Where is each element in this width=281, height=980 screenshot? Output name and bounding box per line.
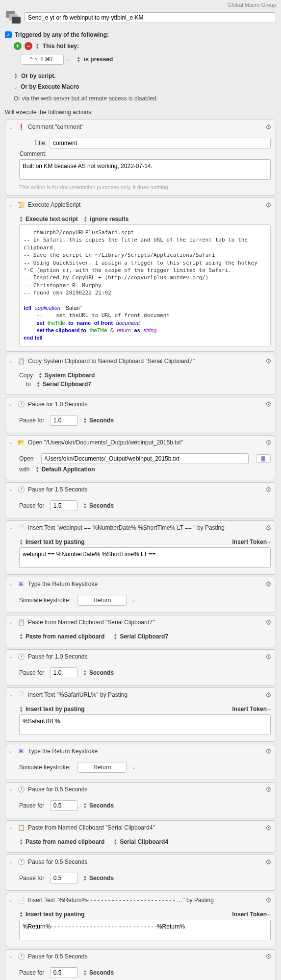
action-open[interactable]: ⌵ 📂 Open "/Users/okn/Documents/_Output/w…: [5, 435, 276, 480]
action-pause[interactable]: ⌵ 🕐 Pause for 1.0 Seconds ⚙ Pause for ▴▾…: [5, 649, 276, 686]
insert-method-stepper[interactable]: ▴▾: [20, 539, 23, 545]
insert-token-button[interactable]: Insert Token ⌵: [232, 911, 271, 918]
unit-stepper[interactable]: ▴▾: [84, 669, 86, 676]
pause-duration-input[interactable]: [50, 967, 77, 978]
action-applescript[interactable]: ⌵ 📜 Execute AppleScript ⚙ ▴▾ Execute tex…: [5, 197, 276, 352]
disclosure-icon[interactable]: ⌵: [9, 859, 14, 864]
open-path-input[interactable]: [41, 453, 249, 464]
disclosure-icon[interactable]: ⌵: [9, 954, 14, 959]
disclosure-icon[interactable]: ⌵: [9, 581, 14, 587]
insert-method-popup[interactable]: Insert text by pasting: [26, 539, 85, 545]
script-type-stepper[interactable]: ▴▾: [20, 216, 23, 222]
keystroke-input[interactable]: Return: [77, 595, 127, 606]
keystroke-dropdown[interactable]: ⌵: [132, 598, 135, 603]
disclosure-icon[interactable]: ⌵: [9, 786, 14, 792]
pause-duration-input[interactable]: [50, 873, 77, 883]
pause-duration-input[interactable]: [50, 667, 77, 678]
disclosure-icon[interactable]: ⌵: [9, 897, 14, 903]
unit-stepper[interactable]: ▴▾: [84, 417, 86, 424]
action-comment[interactable]: ⌵ ❗ Comment "comment" ⚙ Title: Comment: …: [5, 120, 276, 196]
insert-text-textarea[interactable]: %Return%- - - - - - - - - - - - - - - - …: [19, 920, 271, 940]
pause-duration-input[interactable]: [50, 415, 77, 426]
results-stepper[interactable]: ▴▾: [84, 216, 87, 222]
action-insert-text[interactable]: ⌵ 📄 Insert Text "webinput == %NumberDate…: [5, 520, 276, 575]
pause-duration-input[interactable]: [50, 800, 77, 811]
gear-icon[interactable]: ⚙: [265, 357, 272, 365]
unit-popup[interactable]: Seconds: [89, 802, 114, 809]
paste-clip-popup[interactable]: Serial Clipboard4: [120, 838, 168, 845]
unit-stepper[interactable]: ▴▾: [84, 802, 86, 809]
gear-icon[interactable]: ⚙: [265, 747, 272, 755]
action-pause[interactable]: ⌵ 🕐 Pause for 0.5 Seconds ⚙ Pause for ▴▾…: [5, 782, 276, 818]
insert-text-textarea[interactable]: %SafariURL%: [19, 714, 271, 735]
gear-icon[interactable]: ⚙: [265, 653, 272, 661]
disclosure-icon[interactable]: ⌵: [9, 487, 14, 492]
unit-popup[interactable]: Seconds: [89, 417, 114, 424]
action-insert-text[interactable]: ⌵ 📄 Insert Text "%SafariURL%" by Pasting…: [5, 687, 276, 742]
execute-text-script-popup[interactable]: Execute text script: [26, 216, 78, 222]
paste-clip-stepper[interactable]: ▴▾: [114, 838, 117, 845]
gear-icon[interactable]: ⚙: [265, 896, 272, 904]
insert-text-textarea[interactable]: webinput == %NumberDate% %ShortTime% LT …: [19, 547, 271, 568]
add-trigger-button[interactable]: +: [14, 42, 22, 50]
insert-token-button[interactable]: Insert Token ⌵: [232, 539, 271, 545]
disclosure-icon[interactable]: ⌵: [9, 440, 14, 445]
hotkey-input[interactable]: ^⌥⇧⌘E: [21, 54, 64, 65]
ignore-results-popup[interactable]: ignore results: [90, 216, 128, 222]
gear-icon[interactable]: ⚙: [265, 123, 272, 131]
unit-stepper[interactable]: ▴▾: [84, 875, 86, 882]
pause-duration-input[interactable]: [50, 500, 77, 511]
disclosure-icon[interactable]: ⌵: [9, 654, 14, 659]
copy-dest-stepper[interactable]: ▴▾: [37, 381, 40, 388]
gear-icon[interactable]: ⚙: [265, 201, 272, 209]
disclosure-icon[interactable]: ⌵: [9, 748, 14, 754]
gear-icon[interactable]: ⚙: [265, 580, 272, 588]
hotkey-modifier-dropdown[interactable]: ⌵: [67, 57, 69, 62]
insert-method-popup[interactable]: Insert text by pasting: [26, 911, 85, 918]
paste-method-popup[interactable]: Paste from named clipboard: [26, 838, 104, 845]
insert-method-stepper[interactable]: ▴▾: [20, 706, 23, 712]
gear-icon[interactable]: ⚙: [265, 439, 272, 446]
unit-popup[interactable]: Seconds: [89, 875, 114, 882]
action-paste-clipboard[interactable]: ⌵ 📋 Paste from Named Clipboard "Serial C…: [5, 820, 276, 853]
gear-icon[interactable]: ⚙: [265, 858, 272, 866]
action-pause[interactable]: ⌵ 🕐 Pause for 1.0 Seconds ⚙ Pause for ▴▾…: [5, 397, 276, 433]
paste-clip-popup[interactable]: Serial Clipboard7: [120, 633, 168, 640]
disclosure-icon[interactable]: ⌵: [9, 825, 14, 830]
gear-icon[interactable]: ⚙: [265, 785, 272, 793]
disclosure-icon[interactable]: ⌵: [9, 525, 14, 530]
paste-clip-stepper[interactable]: ▴▾: [114, 633, 117, 640]
disclosure-icon[interactable]: ⌵: [9, 692, 14, 697]
disclosure-icon[interactable]: ⌵: [9, 202, 14, 208]
trigger-type-stepper[interactable]: ▴▾: [36, 43, 39, 49]
action-pause[interactable]: ⌵ 🕐 Pause for 1.5 Seconds ⚙ Pause for ▴▾…: [5, 482, 276, 518]
insert-method-stepper[interactable]: ▴▾: [20, 911, 23, 918]
action-insert-text[interactable]: ⌵ 📄 Insert Text "%Return%- - - - - - - -…: [5, 893, 276, 947]
disclosure-icon[interactable]: ⌵: [9, 358, 14, 364]
paste-method-stepper[interactable]: ▴▾: [20, 838, 23, 845]
comment-title-input[interactable]: [50, 138, 271, 148]
gear-icon[interactable]: ⚙: [265, 486, 272, 493]
execute-macro-disclosure[interactable]: ⌵: [14, 84, 17, 90]
macro-name-input[interactable]: [25, 12, 276, 23]
with-app-stepper[interactable]: ▴▾: [36, 466, 39, 473]
with-app-popup[interactable]: Default Application: [42, 466, 95, 473]
insert-token-button[interactable]: Insert Token ⌵: [232, 706, 271, 712]
unit-popup[interactable]: Seconds: [89, 502, 114, 509]
gear-icon[interactable]: ⚙: [265, 618, 272, 626]
triggered-checkbox[interactable]: ✓: [5, 31, 12, 38]
action-copy-clipboard[interactable]: ⌵ 📋 Copy System Clipboard to Named Clipb…: [5, 354, 276, 395]
disclosure-icon[interactable]: ⌵: [9, 124, 14, 130]
gear-icon[interactable]: ⚙: [265, 400, 272, 408]
action-pause[interactable]: ⌵ 🕐 Pause for 0.5 Seconds ⚙ Pause for ▴▾…: [5, 855, 276, 891]
copy-source-popup[interactable]: System Clipboard: [45, 372, 95, 379]
insert-method-popup[interactable]: Insert text by pasting: [26, 706, 85, 712]
comment-textarea[interactable]: Built on KM because AS not working, 2022…: [19, 159, 271, 180]
action-keystroke[interactable]: ⌵ ⌘ Type the Return Keystroke ⚙ Simulate…: [5, 744, 276, 780]
unit-stepper[interactable]: ▴▾: [84, 502, 86, 509]
disclosure-icon[interactable]: ⌵: [9, 619, 14, 625]
unit-stepper[interactable]: ▴▾: [84, 969, 86, 976]
action-pause[interactable]: ⌵ 🕐 Pause for 0.5 Seconds ⚙ Pause for ▴▾…: [5, 949, 276, 980]
pressed-stepper[interactable]: ▴▾: [77, 56, 80, 63]
unit-popup[interactable]: Seconds: [89, 969, 114, 976]
